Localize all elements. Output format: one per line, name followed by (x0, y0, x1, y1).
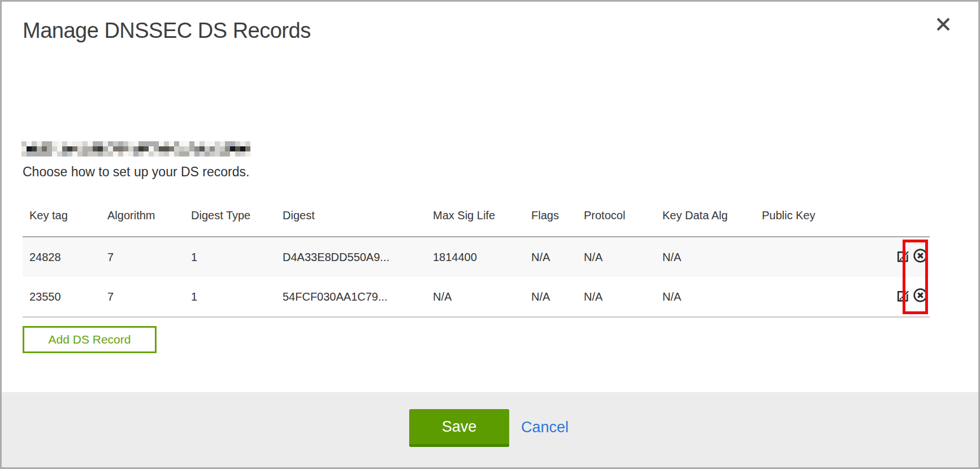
manage-dnssec-modal: Manage DNSSEC DS Records Choose how to s… (0, 0, 980, 469)
circle-x-delete-icon (913, 248, 928, 266)
cell-protocol: N/A (584, 251, 662, 264)
instruction-text: Choose how to set up your DS records. (23, 164, 249, 180)
cell-key-tag: 23550 (23, 290, 107, 303)
modal-footer: Save Cancel (2, 392, 978, 467)
cell-max-sig-life: 1814400 (433, 251, 531, 264)
col-header-key-data-alg: Key Data Alg (662, 209, 762, 236)
cell-digest-type: 1 (191, 251, 283, 264)
col-header-protocol: Protocol (584, 209, 662, 236)
col-header-flags: Flags (531, 209, 584, 236)
cell-key-data-alg: N/A (662, 290, 762, 303)
cell-key-tag: 24828 (23, 251, 107, 264)
table-row: 24828 7 1 D4A33E8DD550A9... 1814400 N/A … (23, 237, 930, 277)
col-header-max-sig-life: Max Sig Life (433, 209, 531, 236)
cell-key-data-alg: N/A (662, 251, 762, 264)
col-header-digest: Digest (283, 209, 433, 236)
edit-record-button[interactable] (896, 249, 911, 266)
cancel-link[interactable]: Cancel (521, 409, 569, 447)
cell-algorithm: 7 (107, 251, 191, 264)
save-button[interactable]: Save (409, 409, 509, 447)
close-icon (934, 15, 953, 36)
modal-title: Manage DNSSEC DS Records (23, 19, 311, 43)
edit-pencil-icon (896, 249, 911, 266)
cell-protocol: N/A (584, 290, 662, 303)
col-header-digest-type: Digest Type (191, 209, 283, 236)
cell-algorithm: 7 (107, 290, 191, 303)
cell-digest: D4A33E8DD550A9... (283, 251, 433, 264)
cell-max-sig-life: N/A (433, 290, 531, 303)
cell-flags: N/A (531, 251, 584, 264)
add-ds-record-button[interactable]: Add DS Record (23, 326, 157, 353)
redacted-domain-name (21, 141, 250, 157)
close-button[interactable] (932, 14, 955, 37)
cell-flags: N/A (531, 290, 584, 303)
table-header-row: Key tag Algorithm Digest Type Digest Max… (23, 207, 930, 236)
table-row: 23550 7 1 54FCF030AA1C79... N/A N/A N/A … (23, 277, 930, 316)
edit-pencil-icon (896, 288, 911, 306)
col-header-public-key: Public Key (762, 209, 887, 236)
delete-record-button[interactable] (913, 288, 928, 306)
cell-digest-type: 1 (191, 290, 283, 303)
col-header-key-tag: Key tag (23, 209, 107, 236)
col-header-algorithm: Algorithm (107, 209, 191, 236)
delete-record-button[interactable] (913, 248, 928, 266)
ds-records-table: Key tag Algorithm Digest Type Digest Max… (23, 207, 930, 318)
edit-record-button[interactable] (896, 288, 911, 306)
circle-x-delete-icon (913, 288, 928, 306)
cell-digest: 54FCF030AA1C79... (283, 290, 433, 303)
